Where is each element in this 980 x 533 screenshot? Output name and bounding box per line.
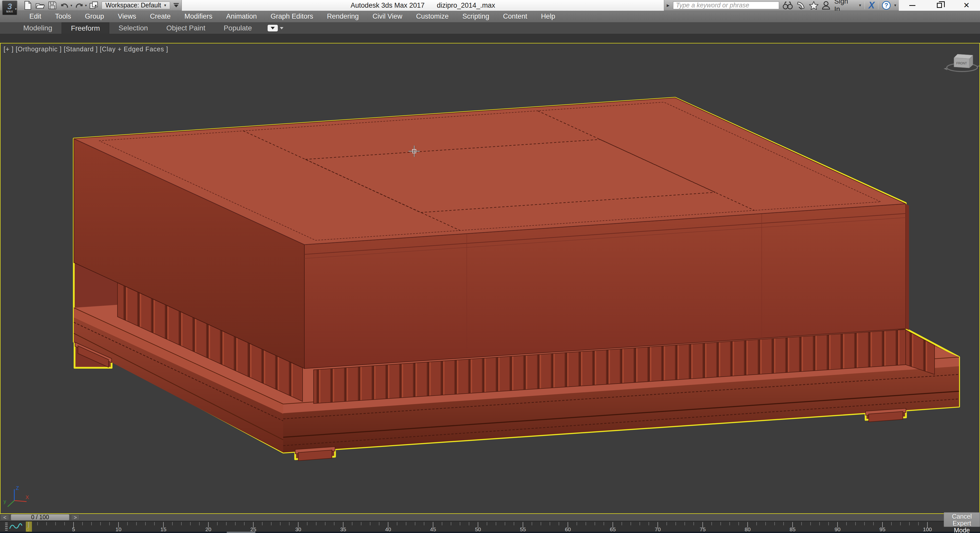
menu-group[interactable]: Group (78, 11, 111, 22)
ribbon-tab-bar: ModelingFreeformSelectionObject PaintPop… (0, 22, 980, 34)
ruler-frame-label: 40 (385, 527, 391, 532)
ruler-frame-label: 85 (789, 527, 795, 532)
viewcube[interactable]: FRONT (939, 47, 980, 78)
close-button[interactable]: ✕ (958, 1, 975, 10)
open-file-name: dizipro_2014_.max (437, 2, 495, 10)
ribbon-minimize-icon[interactable] (267, 22, 283, 34)
menu-edit[interactable]: Edit (22, 11, 48, 22)
slab-right-edge (906, 204, 909, 330)
axis-z-label: Z (16, 486, 19, 491)
menu-scripting[interactable]: Scripting (455, 11, 496, 22)
redo-dropdown-icon[interactable]: ▾ (85, 3, 87, 7)
time-slider-bar: < 0 / 100 > (0, 514, 980, 521)
exchange-x-icon[interactable]: X (869, 0, 875, 11)
ruler-frame-label: 70 (655, 527, 660, 532)
3dsmax-window: ▾ ▾ Workspace: Default ▾ Autodesk 3ds Ma… (0, 0, 980, 533)
undo-dropdown-icon[interactable]: ▾ (70, 3, 72, 7)
favorites-star-icon[interactable] (809, 1, 818, 10)
divider (878, 2, 878, 9)
redo-icon[interactable] (74, 1, 84, 10)
window-controls: ✕ (899, 0, 980, 11)
restore-button[interactable] (931, 1, 948, 10)
title-bar: ▾ ▾ Workspace: Default ▾ Autodesk 3ds Ma… (0, 0, 980, 11)
project-folder-icon[interactable] (88, 1, 99, 10)
world-axis-tripod: Z X y (3, 486, 31, 509)
application-menu-button[interactable]: 3 MAX ▾ (2, 0, 18, 15)
ruler-frame-label: 20 (205, 527, 211, 532)
menu-help[interactable]: Help (534, 11, 562, 22)
status-strip (0, 532, 980, 533)
ruler-frame-label: 45 (430, 527, 436, 532)
ruler-frame-label: 35 (340, 527, 346, 532)
help-dropdown-icon[interactable]: ▾ (894, 3, 896, 8)
expert-mode-label: Expert Mode (944, 520, 980, 533)
viewcube-front-label: FRONT (956, 62, 967, 65)
scene-3d-model[interactable] (0, 43, 980, 514)
ribbon-tab-modeling[interactable]: Modeling (14, 22, 62, 34)
save-file-icon[interactable] (47, 1, 58, 10)
viewport-orthographic[interactable]: [+ ] [Orthographic ] [Standard ] [Clay +… (0, 43, 980, 514)
infocenter-collapse-icon[interactable]: ▸ (667, 2, 670, 9)
ruler-frame-label: 50 (475, 527, 481, 532)
menu-bar: EditToolsGroupViewsCreateModifiersAnimat… (0, 11, 980, 22)
ruler-frame-label: 100 (923, 527, 932, 532)
ruler-frame-label: 60 (565, 527, 571, 532)
open-file-icon[interactable] (35, 1, 45, 10)
ribbon-collapsed-body (0, 34, 980, 43)
ribbon-tab-selection[interactable]: Selection (109, 22, 157, 34)
previous-frame-button[interactable]: < (0, 514, 9, 520)
undo-icon[interactable] (59, 1, 70, 10)
quick-access-toolbar: ▾ ▾ Workspace: Default ▾ (0, 0, 182, 11)
menu-animation[interactable]: Animation (220, 11, 264, 22)
close-icon: ✕ (963, 2, 969, 9)
ruler-frame-label: 10 (115, 527, 121, 532)
menu-modifiers[interactable]: Modifiers (177, 11, 220, 22)
help-icon[interactable]: ? (882, 1, 891, 10)
ruler-frame-label: 65 (610, 527, 616, 532)
minimize-icon (909, 5, 915, 6)
communication-center-icon[interactable] (796, 1, 806, 10)
ruler-frame-label: 55 (520, 527, 526, 532)
crosshair-cursor (408, 145, 420, 158)
workspace-selector[interactable]: Workspace: Default ▾ (102, 2, 170, 9)
next-frame-button[interactable]: > (71, 514, 80, 520)
ruler-frame-label: 90 (834, 527, 840, 532)
sign-in-dropdown-icon[interactable]: ▾ (859, 3, 861, 8)
time-slider-handle[interactable]: 0 / 100 (11, 514, 70, 520)
menu-civil-view[interactable]: Civil View (366, 11, 409, 22)
ribbon-tab-freeform[interactable]: Freeform (62, 22, 110, 34)
cancel-expert-mode-button[interactable]: Cancel Expert Mode (944, 512, 980, 527)
ruler-frame-label: 25 (250, 527, 256, 532)
axis-y-label: y (3, 498, 6, 504)
ruler-frame-label: 80 (745, 527, 751, 532)
ruler-frame-label: 95 (880, 527, 885, 532)
menu-customize[interactable]: Customize (409, 11, 456, 22)
user-icon[interactable] (822, 1, 830, 10)
ribbon-tab-object-paint[interactable]: Object Paint (157, 22, 215, 34)
menu-views[interactable]: Views (111, 11, 143, 22)
status-strip-segment (227, 532, 255, 533)
cancel-label: Cancel (944, 513, 980, 520)
minimize-button[interactable] (904, 1, 921, 10)
new-file-icon[interactable] (22, 1, 33, 10)
application-menu-caret-icon: ▾ (15, 7, 17, 11)
workspace-label: Workspace: Default (105, 2, 161, 9)
window-title: Autodesk 3ds Max 2017 dizipro_2014_.max (182, 0, 664, 11)
ribbon-tab-populate[interactable]: Populate (215, 22, 261, 34)
workspace-dropdown-icon: ▾ (164, 3, 166, 8)
timeline-ruler[interactable]: 5101520253035404550556065707580859095100… (0, 521, 980, 532)
menu-create[interactable]: Create (143, 11, 177, 22)
qat-customize-icon[interactable] (173, 3, 179, 7)
menu-graph-editors[interactable]: Graph Editors (264, 11, 320, 22)
menu-rendering[interactable]: Rendering (320, 11, 366, 22)
track-bar[interactable]: 5101520253035404550556065707580859095100… (0, 521, 980, 532)
mini-curve-editor-icon[interactable] (3, 522, 28, 531)
info-center: ▸ Sign In ▾ X ? ▾ (664, 0, 899, 11)
menu-content[interactable]: Content (496, 11, 534, 22)
search-input[interactable] (673, 2, 779, 9)
ruler-frame-label: 75 (700, 527, 705, 532)
viewport-label[interactable]: [+ ] [Orthographic ] [Standard ] [Clay +… (3, 45, 168, 53)
search-binoculars-icon[interactable] (783, 1, 793, 10)
ruler-frame-label: 15 (161, 527, 166, 532)
menu-tools[interactable]: Tools (48, 11, 78, 22)
